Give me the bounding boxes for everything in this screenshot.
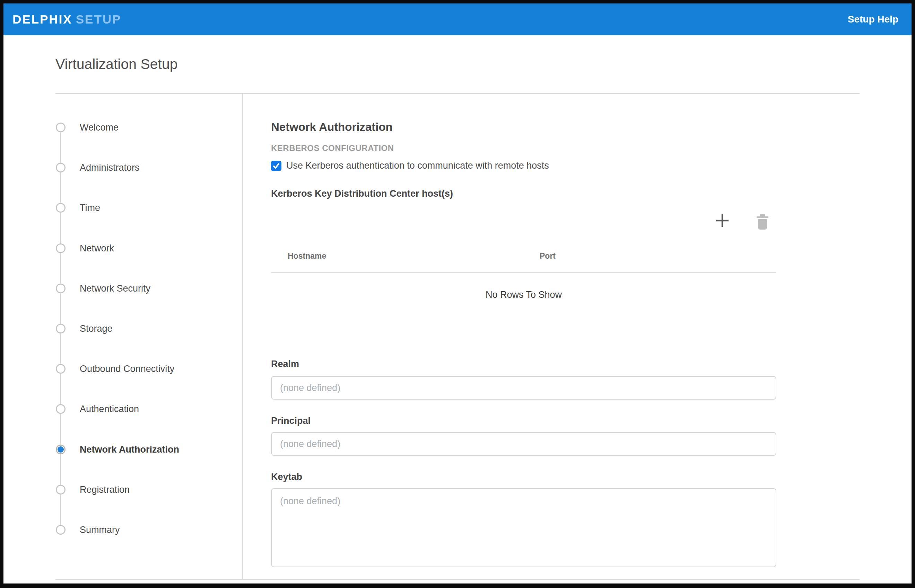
column-header-hostname: Hostname bbox=[288, 251, 326, 261]
step-circle-icon bbox=[56, 163, 65, 173]
header-divider bbox=[55, 93, 860, 94]
plus-icon bbox=[714, 212, 730, 229]
step-circle-icon bbox=[56, 123, 65, 132]
step-circle-icon bbox=[56, 445, 65, 454]
top-bar: DELPHIXSETUP Setup Help bbox=[3, 3, 912, 36]
sidebar-item-label: Summary bbox=[80, 525, 120, 535]
step-circle-icon bbox=[56, 284, 65, 293]
sidebar-item-label: Time bbox=[80, 203, 100, 213]
keytab-textarea[interactable] bbox=[271, 488, 776, 567]
step-circle-icon bbox=[56, 485, 65, 494]
trash-icon bbox=[755, 213, 770, 230]
realm-label: Realm bbox=[271, 359, 299, 370]
sidebar-item-authentication[interactable]: Authentication bbox=[55, 402, 139, 416]
column-header-port: Port bbox=[540, 251, 555, 261]
step-circle-icon bbox=[56, 203, 65, 213]
step-circle-icon bbox=[56, 364, 65, 374]
sidebar-item-summary[interactable]: Summary bbox=[55, 523, 120, 537]
table-header-divider bbox=[271, 272, 776, 273]
sidebar-item-label: Administrators bbox=[80, 162, 140, 173]
delphix-setup-window: DELPHIXSETUP Setup Help Virtualization S… bbox=[0, 0, 915, 588]
delphix-logo: DELPHIXSETUP bbox=[13, 13, 121, 26]
sidebar-item-outbound-connectivity[interactable]: Outbound Connectivity bbox=[55, 362, 174, 376]
footer-divider bbox=[55, 579, 860, 580]
sidebar-divider bbox=[242, 94, 243, 579]
sidebar-item-time[interactable]: Time bbox=[55, 201, 100, 215]
sidebar-item-label: Network bbox=[80, 243, 114, 254]
checkmark-icon bbox=[272, 162, 280, 170]
sidebar-item-network-security[interactable]: Network Security bbox=[55, 281, 151, 296]
use-kerberos-label: Use Kerberos authentication to communica… bbox=[286, 160, 549, 171]
keytab-label: Keytab bbox=[271, 472, 302, 482]
sidebar-item-welcome[interactable]: Welcome bbox=[55, 121, 118, 134]
sidebar-item-registration[interactable]: Registration bbox=[55, 483, 130, 497]
brand-primary: DELPHIX bbox=[13, 13, 73, 26]
use-kerberos-checkbox[interactable] bbox=[271, 161, 282, 171]
sidebar-item-label: Network Security bbox=[80, 283, 151, 294]
sidebar-item-label: Authentication bbox=[80, 404, 139, 415]
sidebar-item-network[interactable]: Network bbox=[55, 241, 114, 255]
sidebar-item-label: Network Authorization bbox=[80, 444, 179, 455]
principal-input[interactable] bbox=[271, 432, 776, 456]
sidebar-item-label: Registration bbox=[80, 485, 130, 495]
kerberos-checkbox-row: Use Kerberos authentication to communica… bbox=[271, 160, 549, 171]
sidebar-item-label: Storage bbox=[80, 323, 113, 334]
step-circle-icon bbox=[56, 324, 65, 333]
step-circle-icon bbox=[56, 244, 65, 253]
kerberos-configuration-heading: KERBEROS CONFIGURATION bbox=[271, 143, 394, 153]
section-title: Network Authorization bbox=[271, 121, 393, 134]
sidebar-item-label: Welcome bbox=[80, 122, 118, 133]
delete-kdc-host-button[interactable] bbox=[755, 213, 770, 230]
sidebar-item-administrators[interactable]: Administrators bbox=[55, 161, 140, 174]
sidebar-item-storage[interactable]: Storage bbox=[55, 322, 113, 336]
realm-input[interactable] bbox=[271, 376, 776, 400]
page-title: Virtualization Setup bbox=[55, 56, 178, 73]
principal-label: Principal bbox=[271, 415, 311, 426]
kdc-hosts-label: Kerberos Key Distribution Center host(s) bbox=[271, 188, 453, 199]
sidebar-item-network-authorization[interactable]: Network Authorization bbox=[55, 443, 179, 456]
table-empty-message: No Rows To Show bbox=[271, 289, 776, 300]
step-circle-icon bbox=[56, 404, 65, 414]
brand-secondary: SETUP bbox=[76, 13, 121, 26]
step-circle-icon bbox=[56, 525, 65, 535]
sidebar-item-label: Outbound Connectivity bbox=[80, 363, 174, 374]
add-kdc-host-button[interactable] bbox=[714, 212, 730, 229]
setup-help-link[interactable]: Setup Help bbox=[848, 3, 898, 36]
